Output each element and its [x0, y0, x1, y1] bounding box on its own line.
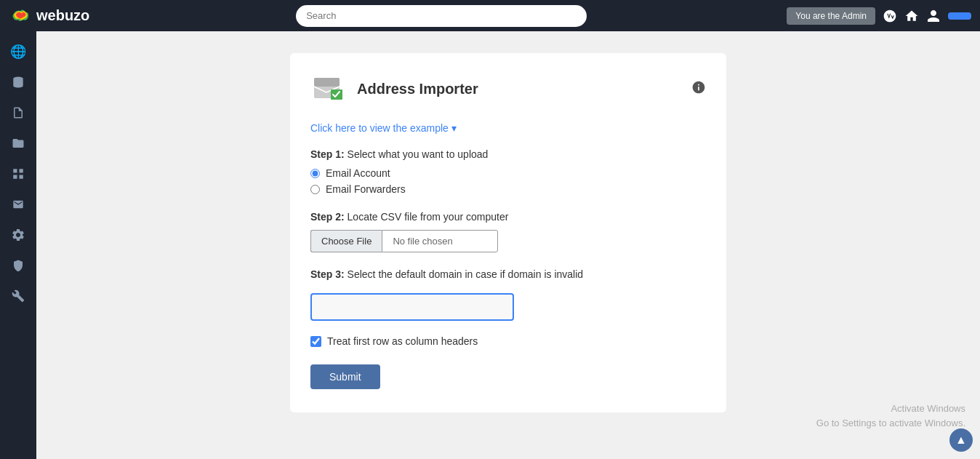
- sidebar-item-settings[interactable]: [5, 222, 31, 248]
- file-btn: Choose File No file chosen: [310, 230, 498, 252]
- sidebar-item-globe[interactable]: 🌐: [5, 39, 31, 65]
- sidebar-item-email[interactable]: [5, 191, 31, 217]
- step2-label: Step 2: Locate CSV file from your comput…: [310, 211, 706, 223]
- choose-file-button[interactable]: Choose File: [310, 230, 382, 252]
- file-name-display: No file chosen: [382, 230, 498, 252]
- main-layout: 🌐: [0, 31, 980, 459]
- checkbox-row[interactable]: Treat first row as column headers: [310, 335, 706, 347]
- column-headers-checkbox[interactable]: [310, 336, 321, 347]
- info-icon[interactable]: [691, 80, 706, 98]
- radio-email-forwarders-input[interactable]: [310, 185, 320, 194]
- search-input[interactable]: [296, 5, 587, 27]
- sidebar-item-document[interactable]: [5, 100, 31, 126]
- card-header: Address Importer: [310, 71, 706, 107]
- logo-text: webuzo: [36, 7, 89, 24]
- scroll-top-button[interactable]: ▲: [949, 428, 973, 452]
- example-link[interactable]: Click here to view the example ▾: [310, 122, 457, 134]
- sidebar-item-grid[interactable]: [5, 161, 31, 187]
- radio-email-account-input[interactable]: [310, 169, 320, 178]
- radio-group: Email Account Email Forwarders: [310, 167, 706, 195]
- svg-rect-3: [314, 78, 340, 87]
- submit-button[interactable]: Submit: [310, 364, 380, 389]
- topbar: webuzo You are the Admin: [0, 0, 980, 31]
- webuzo-logo-icon: [9, 4, 32, 28]
- wordpress-icon[interactable]: [883, 9, 897, 23]
- file-input-wrapper: Choose File No file chosen: [310, 230, 706, 252]
- admin-button[interactable]: You are the Admin: [787, 7, 875, 25]
- address-importer-card: Address Importer Click here to view the …: [290, 53, 726, 412]
- sidebar-item-wrench[interactable]: [5, 283, 31, 309]
- sidebar: 🌐: [0, 31, 36, 459]
- user-icon[interactable]: [926, 9, 941, 23]
- radio-email-account[interactable]: Email Account: [310, 167, 706, 179]
- logo: webuzo: [9, 4, 96, 28]
- sidebar-item-database[interactable]: [5, 69, 31, 95]
- content-area: Address Importer Click here to view the …: [36, 31, 980, 459]
- user-menu-button[interactable]: [948, 12, 971, 20]
- sidebar-item-folder[interactable]: [5, 130, 31, 156]
- radio-email-forwarders[interactable]: Email Forwarders: [310, 183, 706, 195]
- card-title: Address Importer: [357, 81, 478, 97]
- nav-icons: [883, 9, 971, 23]
- domain-input[interactable]: [310, 293, 514, 321]
- home-icon[interactable]: [904, 9, 919, 23]
- chevron-down-icon: ▾: [451, 122, 457, 134]
- step1-label: Step 1: Select what you want to upload: [310, 148, 706, 160]
- sidebar-item-shield[interactable]: [5, 252, 31, 279]
- address-importer-icon: [310, 71, 347, 107]
- card-title-group: Address Importer: [310, 71, 478, 107]
- search-container: [296, 5, 587, 27]
- step3-label: Step 3: Select the default domain in cas…: [310, 268, 706, 280]
